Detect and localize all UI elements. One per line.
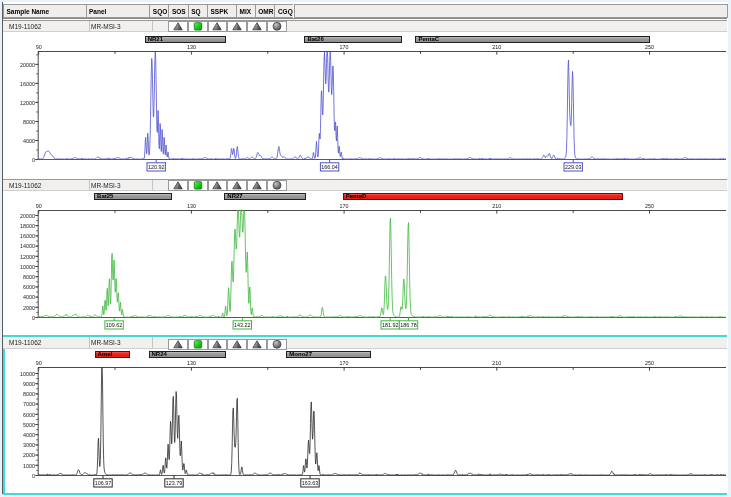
svg-text:130: 130 [187, 44, 196, 50]
svg-text:109.62: 109.62 [106, 322, 123, 328]
svg-text:0: 0 [32, 315, 35, 321]
svg-text:130: 130 [187, 203, 196, 209]
svg-text:210: 210 [492, 44, 501, 50]
svg-text:186.78: 186.78 [400, 322, 417, 328]
svg-text:170: 170 [340, 203, 349, 209]
svg-text:4000: 4000 [23, 432, 35, 438]
svg-text:123.79: 123.79 [166, 480, 183, 486]
svg-text:16000: 16000 [20, 81, 35, 87]
svg-text:166.04: 166.04 [321, 164, 338, 170]
svg-text:90: 90 [36, 360, 42, 366]
svg-text:6000: 6000 [23, 412, 35, 418]
svg-text:12000: 12000 [20, 100, 35, 106]
svg-text:0: 0 [32, 473, 35, 479]
svg-text:7000: 7000 [23, 401, 35, 407]
svg-text:14000: 14000 [20, 243, 35, 249]
svg-text:9000: 9000 [23, 381, 35, 387]
svg-text:181.92: 181.92 [382, 322, 399, 328]
svg-text:130: 130 [187, 360, 196, 366]
svg-text:106.97: 106.97 [95, 480, 112, 486]
svg-text:2000: 2000 [23, 305, 35, 311]
svg-text:250: 250 [645, 203, 654, 209]
svg-text:163.63: 163.63 [302, 480, 319, 486]
svg-text:170: 170 [340, 360, 349, 366]
svg-text:170: 170 [340, 44, 349, 50]
svg-text:10000: 10000 [20, 371, 35, 377]
svg-text:20000: 20000 [20, 213, 35, 219]
svg-text:8000: 8000 [23, 274, 35, 280]
svg-text:4000: 4000 [23, 138, 35, 144]
svg-text:250: 250 [645, 44, 654, 50]
svg-text:229.03: 229.03 [565, 164, 582, 170]
svg-text:16000: 16000 [20, 233, 35, 239]
svg-text:210: 210 [492, 203, 501, 209]
svg-text:143.22: 143.22 [234, 322, 251, 328]
svg-text:6000: 6000 [23, 284, 35, 290]
svg-text:8000: 8000 [23, 391, 35, 397]
svg-text:4000: 4000 [23, 294, 35, 300]
svg-text:12000: 12000 [20, 254, 35, 260]
svg-text:20000: 20000 [20, 62, 35, 68]
svg-text:120.92: 120.92 [148, 164, 165, 170]
svg-text:90: 90 [36, 203, 42, 209]
svg-text:8000: 8000 [23, 119, 35, 125]
svg-text:3000: 3000 [23, 442, 35, 448]
svg-text:5000: 5000 [23, 422, 35, 428]
svg-text:1000: 1000 [23, 463, 35, 469]
svg-text:10000: 10000 [20, 264, 35, 270]
svg-text:0: 0 [32, 157, 35, 163]
svg-text:250: 250 [645, 360, 654, 366]
svg-text:210: 210 [492, 360, 501, 366]
svg-text:18000: 18000 [20, 223, 35, 229]
svg-text:2000: 2000 [23, 452, 35, 458]
svg-text:90: 90 [36, 44, 42, 50]
